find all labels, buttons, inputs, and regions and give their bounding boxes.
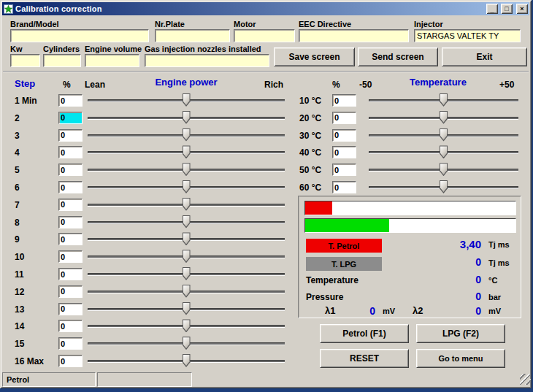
step-percent-input[interactable]	[58, 337, 83, 350]
reset-button[interactable]: RESET	[320, 349, 409, 368]
slider-thumb[interactable]	[183, 319, 191, 332]
temperature-row: 40 °C	[0, 146, 532, 161]
temperature-row-label: 20 °C	[299, 113, 321, 123]
monitor-temperature-value: 0	[423, 274, 481, 285]
slider-thumb[interactable]	[183, 285, 191, 298]
maximize-button[interactable]: □	[501, 4, 513, 14]
lambda1-label: λ1	[325, 305, 335, 316]
gas-nozzles-input[interactable]	[145, 54, 269, 67]
temperature-percent-input[interactable]	[332, 112, 356, 124]
close-icon: ×	[520, 6, 524, 12]
close-button[interactable]: ×	[516, 4, 528, 14]
kw-input[interactable]	[10, 54, 40, 67]
slider-thumb[interactable]	[183, 198, 191, 211]
engine-power-slider[interactable]	[88, 302, 285, 317]
step-percent-input[interactable]	[58, 285, 83, 298]
lambda1-unit: mV	[383, 307, 395, 315]
green-star-icon	[4, 5, 12, 13]
step-percent-input[interactable]	[58, 233, 83, 245]
slider-thumb[interactable]	[440, 163, 448, 176]
slider-thumb[interactable]	[183, 302, 191, 315]
pressure-label: Pressure	[306, 292, 343, 302]
slider-thumb[interactable]	[183, 337, 191, 350]
motor-input[interactable]	[234, 29, 295, 42]
resize-grip[interactable]	[520, 374, 531, 385]
step-percent-input[interactable]	[58, 268, 83, 280]
temperature-title: Temperature	[391, 77, 486, 88]
step-percent-input[interactable]	[58, 250, 83, 263]
temperature-row-label: 40 °C	[299, 147, 321, 158]
engine-power-slider[interactable]	[88, 354, 285, 369]
minimize-button[interactable]: _	[486, 4, 498, 14]
temperature-row: 20 °C	[0, 112, 532, 126]
lpg-f2-button[interactable]: LPG (F2)	[416, 324, 505, 343]
temperature-slider[interactable]	[369, 93, 518, 108]
send-screen-button[interactable]: Send screen	[358, 47, 438, 66]
slider-thumb[interactable]	[440, 111, 448, 124]
step-label: 12	[15, 287, 24, 297]
temperature-percent-input[interactable]	[332, 94, 356, 107]
t-lpg-value: 0	[423, 256, 481, 268]
temperature-row: 60 °C	[0, 181, 532, 196]
petrol-progress-bar	[304, 201, 516, 215]
temperature-slider[interactable]	[369, 163, 518, 177]
engine-volume-input[interactable]	[85, 54, 139, 67]
slider-thumb[interactable]	[440, 128, 448, 142]
temperature-percent-input[interactable]	[332, 146, 356, 158]
engine-power-slider[interactable]	[88, 250, 285, 264]
monitor-temperature-unit: °C	[488, 276, 497, 285]
engine-power-slider[interactable]	[88, 267, 285, 282]
engine-power-slider[interactable]	[88, 319, 285, 334]
engine-power-slider[interactable]	[88, 285, 285, 299]
step-percent-input[interactable]	[58, 355, 83, 367]
app-icon	[4, 4, 13, 14]
lambda2-value: 0	[423, 305, 481, 317]
rich-label: Rich	[264, 80, 283, 90]
brand-model-input[interactable]	[10, 29, 149, 42]
slider-thumb[interactable]	[440, 93, 448, 107]
nr-plate-input[interactable]	[155, 29, 230, 42]
injector-input[interactable]	[414, 29, 521, 42]
slider-thumb[interactable]	[183, 267, 191, 280]
temperature-row: 50 °C	[0, 164, 532, 178]
step-column-title: Step	[15, 78, 35, 89]
step-percent-input[interactable]	[58, 320, 83, 332]
temperature-slider[interactable]	[369, 111, 518, 126]
slider-thumb[interactable]	[183, 354, 191, 367]
engine-power-slider[interactable]	[88, 198, 285, 212]
cylinders-input[interactable]	[43, 54, 81, 67]
petrol-f1-button[interactable]: Petrol (F1)	[320, 324, 409, 343]
save-screen-button[interactable]: Save screen	[274, 47, 355, 66]
step-percent-input[interactable]	[58, 303, 83, 315]
temperature-row: 10 °C	[0, 94, 532, 109]
temperature-slider[interactable]	[369, 145, 518, 160]
step-label: 15	[15, 339, 24, 349]
t-petrol-value: 3,40	[423, 238, 481, 250]
engine-power-slider[interactable]	[88, 215, 285, 230]
engine-power-slider[interactable]	[88, 232, 285, 247]
go-to-menu-button[interactable]: Go to menu	[416, 349, 505, 368]
temperature-slider[interactable]	[369, 180, 518, 195]
eec-directive-input[interactable]	[299, 29, 409, 42]
temperature-percent-input[interactable]	[332, 129, 356, 142]
window-title: Calibration correction	[15, 4, 483, 13]
maximize-icon: □	[505, 6, 508, 12]
step-label: 8	[15, 218, 20, 228]
step-percent-input[interactable]	[58, 216, 83, 228]
slider-thumb[interactable]	[183, 232, 191, 245]
slider-thumb[interactable]	[183, 250, 191, 263]
temperature-row: 30 °C	[0, 129, 532, 144]
slider-thumb[interactable]	[440, 180, 448, 193]
brand-model-label: Brand/Model	[10, 20, 59, 28]
slider-thumb[interactable]	[440, 145, 448, 158]
temperature-slider[interactable]	[369, 128, 518, 143]
engine-power-slider[interactable]	[88, 337, 285, 351]
temperature-percent-input[interactable]	[332, 164, 356, 176]
exit-button[interactable]: Exit	[442, 47, 527, 66]
step-percent-input[interactable]	[58, 199, 83, 211]
temperature-row-label: 30 °C	[299, 131, 321, 141]
title-bar[interactable]: Calibration correction _ □ ×	[2, 2, 529, 15]
temperature-percent-input[interactable]	[332, 181, 356, 193]
slider-thumb[interactable]	[183, 215, 191, 228]
pressure-value: 0	[423, 291, 481, 302]
